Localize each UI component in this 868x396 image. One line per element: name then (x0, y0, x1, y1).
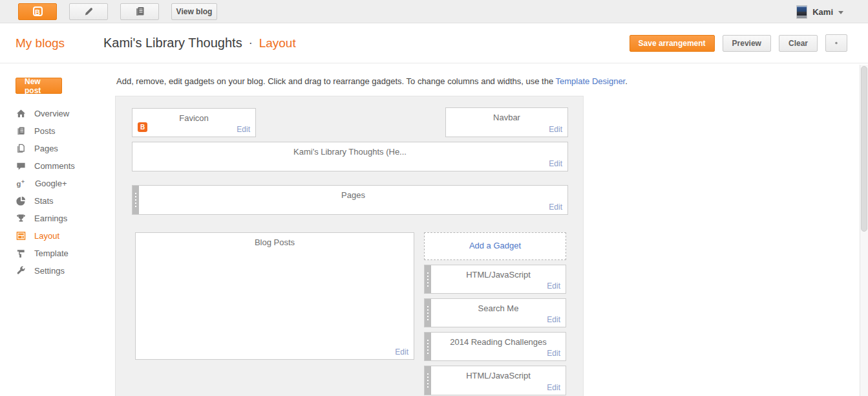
earnings-icon (16, 214, 26, 223)
sidebar-item-template[interactable]: Template (0, 245, 115, 262)
breadcrumb-separator: · (249, 36, 253, 50)
account-menu[interactable]: Kami (796, 0, 843, 23)
gadget-navbar[interactable]: Navbar Edit (445, 107, 568, 137)
sidebar-item-earnings[interactable]: Earnings (0, 210, 115, 227)
sidebar-item-overview[interactable]: Overview (0, 105, 115, 122)
sidebar-item-label: Google+ (35, 179, 67, 188)
sidebar-item-stats[interactable]: Stats (0, 192, 115, 210)
sidebar-item-pages[interactable]: Pages (0, 140, 115, 157)
scrollbar-track[interactable] (860, 65, 868, 396)
edit-link[interactable]: Edit (549, 159, 562, 168)
save-arrangement-button[interactable]: Save arrangement (630, 35, 715, 52)
gadget-title: Blog Posts (136, 237, 414, 247)
svg-text:+: + (21, 179, 25, 185)
topbar-left: B View blog (18, 3, 217, 20)
edit-link[interactable]: Edit (547, 281, 560, 291)
drag-handle[interactable] (132, 186, 139, 214)
gadget-title: Favicon (132, 113, 255, 123)
posts-list-icon (134, 6, 145, 17)
gadget-title: Kami's Library Thoughts (He... (132, 147, 567, 157)
breadcrumb: Kami's Library Thoughts · Layout (103, 36, 296, 50)
comments-icon (16, 161, 26, 171)
google-plus-icon: g + (16, 179, 26, 188)
sidebar-nav: Overview Posts Pages Comments (0, 105, 115, 280)
new-post-icon-button[interactable] (69, 3, 108, 20)
gadget-html-javascript-1[interactable]: HTML/JavaScript Edit (424, 265, 566, 294)
gadget-search-me[interactable]: Search Me Edit (424, 298, 566, 327)
drag-handle[interactable] (425, 333, 431, 360)
sidebar-item-google-plus[interactable]: g + Google+ (0, 175, 115, 192)
page-header: My blogs Kami's Library Thoughts · Layou… (0, 23, 868, 63)
edit-link[interactable]: Edit (549, 125, 562, 134)
gadget-title: HTML/JavaScript (431, 371, 566, 380)
gadget-html-javascript-2[interactable]: HTML/JavaScript Edit (424, 366, 566, 395)
pencil-icon (83, 6, 94, 17)
settings-gear-button[interactable] (825, 34, 847, 52)
sidebar-item-label: Layout (34, 231, 59, 241)
sidebar-item-label: Comments (34, 161, 75, 171)
gadget-2014-reading-challenges[interactable]: 2014 Reading Challenges Edit (424, 332, 566, 361)
sidebar-item-label: Overview (34, 109, 69, 118)
posts-icon (16, 126, 26, 136)
gear-icon (835, 38, 838, 49)
blog-title: Kami's Library Thoughts (103, 36, 242, 50)
sidebar-item-label: Earnings (34, 214, 67, 223)
chevron-down-icon (838, 11, 843, 14)
new-post-button[interactable]: New post (16, 78, 62, 94)
stats-icon (16, 196, 26, 206)
sidebar-item-comments[interactable]: Comments (0, 157, 115, 175)
sidebar-item-settings[interactable]: Settings (0, 262, 115, 280)
sidebar-item-layout[interactable]: Layout (0, 227, 115, 245)
edit-link[interactable]: Edit (547, 315, 560, 324)
drag-dots-icon (427, 306, 429, 320)
main-content: Add, remove, edit gadgets on your blog. … (115, 64, 860, 396)
svg-text:g: g (17, 180, 21, 188)
topbar: B View blog Kami (0, 0, 868, 23)
template-designer-link[interactable]: Template Designer (556, 76, 626, 86)
blogger-b-icon: B (33, 6, 43, 16)
edit-link[interactable]: Edit (395, 347, 408, 357)
gadget-header[interactable]: Kami's Library Thoughts (He... Edit (132, 142, 568, 171)
drag-dots-icon (135, 193, 136, 207)
add-a-gadget-button[interactable]: Add a Gadget (424, 232, 566, 260)
gadget-blog-posts[interactable]: Blog Posts Edit (135, 232, 414, 360)
preview-button[interactable]: Preview (723, 35, 771, 52)
edit-link[interactable]: Edit (547, 383, 560, 392)
page-title: Layout (259, 36, 296, 50)
sidebar-item-label: Settings (34, 266, 65, 276)
scrollbar-thumb[interactable] (861, 66, 867, 232)
description-period: . (625, 76, 628, 86)
sidebar-item-label: Template (34, 248, 69, 258)
home-icon (16, 109, 26, 118)
gadget-title: Pages (139, 190, 567, 200)
gadget-title: Search Me (431, 303, 566, 313)
wrench-icon (16, 266, 26, 276)
edit-link[interactable]: Edit (547, 349, 560, 358)
sidebar: New post Overview Posts Pages (0, 64, 115, 280)
my-blogs-link[interactable]: My blogs (16, 36, 103, 50)
drag-handle[interactable] (425, 265, 431, 293)
gadget-favicon[interactable]: Favicon B Edit (132, 108, 256, 137)
description-text: Add, remove, edit gadgets on your blog. … (116, 76, 556, 86)
sidebar-item-label: Posts (34, 126, 56, 136)
drag-handle[interactable] (425, 299, 431, 327)
gadget-title: HTML/JavaScript (431, 270, 566, 280)
avatar (796, 5, 807, 19)
edit-link[interactable]: Edit (237, 125, 250, 134)
clear-button[interactable]: Clear (779, 35, 818, 52)
gadget-pages[interactable]: Pages Edit (132, 185, 568, 215)
post-list-icon-button[interactable] (120, 3, 159, 20)
view-blog-button[interactable]: View blog (171, 3, 217, 20)
layout-icon (16, 231, 26, 241)
drag-handle[interactable] (425, 366, 431, 395)
header-actions: Save arrangement Preview Clear (630, 34, 847, 52)
blogger-favicon-icon: B (138, 122, 147, 132)
blogger-home-button[interactable]: B (18, 3, 57, 20)
gadget-title: 2014 Reading Challenges (431, 337, 566, 347)
layout-description: Add, remove, edit gadgets on your blog. … (116, 76, 860, 86)
sidebar-item-label: Stats (34, 196, 54, 206)
edit-link[interactable]: Edit (549, 203, 562, 212)
drag-dots-icon (427, 373, 429, 388)
pages-icon (16, 144, 26, 153)
sidebar-item-posts[interactable]: Posts (0, 122, 115, 140)
